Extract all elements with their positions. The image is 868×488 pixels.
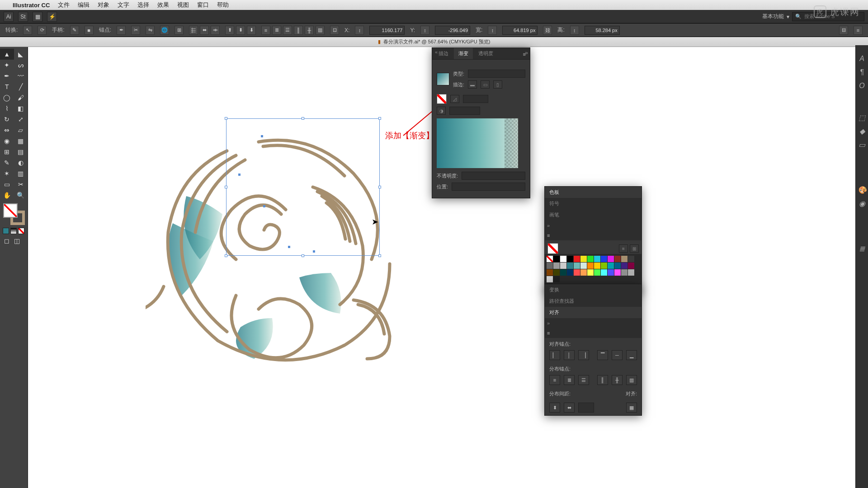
dist-h1-icon[interactable]: ≡ [261, 26, 270, 35]
swatch-item[interactable] [608, 269, 614, 276]
none-swatch[interactable] [437, 94, 447, 104]
swatch-item[interactable] [553, 269, 560, 276]
swatch-item[interactable] [587, 269, 594, 276]
constrain-icon[interactable]: ⛓ [543, 26, 552, 35]
panel-menu-icon[interactable]: ≡ [854, 26, 863, 35]
tab-align[interactable]: 对齐 [545, 307, 642, 318]
align-to-icon[interactable]: ▦ [626, 403, 637, 413]
handle-icon[interactable]: ✎ [70, 26, 79, 35]
swatch-item[interactable] [580, 263, 587, 269]
swatch-item[interactable] [614, 269, 621, 276]
anchor-pt[interactable] [288, 246, 290, 248]
width-tool[interactable]: ⇔ [0, 125, 14, 136]
collapse-icon[interactable]: » [545, 221, 642, 230]
curvature-tool[interactable]: 〰 [14, 70, 28, 81]
tab-brushes[interactable]: 画笔 [545, 209, 642, 221]
dist-right-icon[interactable]: ▥ [626, 375, 637, 385]
swatch-item[interactable] [587, 263, 594, 269]
handle-bl[interactable] [225, 254, 227, 257]
list-view-icon[interactable]: ≡ [619, 244, 628, 253]
grid-view-icon[interactable]: ⊞ [630, 244, 639, 253]
swatch-item[interactable] [621, 256, 627, 262]
swatch-item[interactable] [574, 269, 580, 276]
anchor-cut-icon[interactable]: ✂ [131, 26, 140, 35]
arrange-icon[interactable]: ▦ [33, 12, 42, 22]
space-v-icon[interactable]: ⬍ [549, 403, 560, 413]
pen-tool[interactable]: ✒ [0, 70, 14, 81]
swatch-item[interactable] [567, 256, 573, 262]
al-top-icon[interactable]: ▔ [597, 350, 608, 360]
convert-icon[interactable]: ⟳ [38, 26, 47, 35]
stroke-opt2-icon[interactable]: ▭ [481, 80, 490, 89]
sw-gradient[interactable] [10, 228, 17, 234]
link-w-icon[interactable]: ↕ [488, 26, 497, 35]
swatch-item[interactable] [560, 269, 566, 276]
document-tab[interactable]: ▮ 春分演示文件.ai* @ 567.64% (CMYK/GPU 预览) [0, 37, 868, 47]
position-field[interactable] [452, 183, 525, 191]
swatch-item[interactable] [594, 256, 600, 262]
link-h-icon[interactable]: ↕ [570, 26, 579, 35]
eyedropper-tool[interactable]: ✎ [0, 157, 14, 168]
swatch-item[interactable] [594, 263, 600, 269]
ratio-icon[interactable]: ◑ [437, 107, 446, 115]
align-left-icon[interactable]: ⬱ [189, 26, 198, 35]
swatch-item[interactable] [608, 263, 614, 269]
asset-panel-icon[interactable]: ◆ [858, 127, 867, 136]
al-left-icon[interactable]: ▏ [549, 350, 560, 360]
swatch-item[interactable] [621, 269, 627, 276]
color-panel-icon[interactable]: 🎨 [858, 185, 867, 194]
menu-view[interactable]: 视图 [177, 1, 189, 9]
anchor-pt[interactable] [313, 250, 315, 253]
graph-tool[interactable]: ▥ [14, 168, 28, 179]
anchor-pen-icon[interactable]: ✒ [117, 26, 126, 35]
tab-transform[interactable]: 变换 [545, 284, 642, 296]
draw-behind[interactable]: ◫ [13, 237, 21, 245]
ellipse-tool[interactable]: ◯ [0, 92, 14, 103]
shape-builder-tool[interactable]: ◉ [0, 136, 14, 146]
space-field[interactable] [578, 403, 594, 413]
workspace-label[interactable]: 基本功能 [762, 13, 784, 20]
globe-icon[interactable]: 🌐 [160, 26, 169, 35]
handle-tr[interactable] [378, 117, 381, 120]
menu-window[interactable]: 窗口 [197, 1, 209, 9]
swatch-item[interactable] [567, 269, 573, 276]
brush-tool[interactable]: 🖌 [14, 92, 28, 103]
type-tool[interactable]: T [0, 81, 14, 92]
gradient-tool[interactable]: ▤ [14, 146, 28, 157]
handle-tl[interactable] [225, 117, 227, 120]
gpu-icon[interactable]: ⚡ [47, 12, 57, 22]
h-field[interactable]: 58.284 px [585, 26, 620, 35]
swatch-item[interactable] [628, 263, 634, 269]
guide-panel-icon[interactable]: ◉ [858, 199, 867, 208]
swatch-item[interactable] [560, 263, 566, 269]
rotate-tool[interactable]: ↻ [0, 114, 14, 125]
eraser-tool[interactable]: ◧ [14, 103, 28, 114]
swatch-item[interactable] [547, 263, 553, 269]
gradient-thumb[interactable] [437, 73, 449, 85]
dist-v3-icon[interactable]: ▥ [316, 26, 325, 35]
tab-pathfinder[interactable]: 路径查找器 [545, 296, 642, 307]
dist-bot-icon[interactable]: ☰ [578, 375, 589, 385]
collapse-icon[interactable]: » [545, 318, 642, 328]
menu-effect[interactable]: 效果 [157, 1, 169, 9]
al-hcenter-icon[interactable]: │ [564, 350, 575, 360]
dist-h2-icon[interactable]: ≣ [272, 26, 281, 35]
collapse-icon[interactable]: « [435, 49, 438, 55]
swatch-registration[interactable] [553, 256, 560, 262]
fill-stroke-control[interactable] [3, 203, 25, 225]
dist-left-icon[interactable]: ║ [597, 375, 608, 385]
space-h-icon[interactable]: ⬌ [564, 403, 575, 413]
layers-panel-icon[interactable]: ≣ [858, 244, 867, 253]
active-swatch[interactable] [547, 243, 558, 254]
swatch-item[interactable] [580, 256, 587, 262]
chevron-down-icon[interactable]: ▾ [787, 14, 789, 20]
swatch-item[interactable] [580, 269, 587, 276]
ruler-icon[interactable]: ⊞ [175, 26, 184, 35]
x-field[interactable]: 1160.177 [369, 26, 405, 35]
dist-vc-icon[interactable]: ≣ [564, 375, 575, 385]
swatch-item[interactable] [614, 256, 621, 262]
app-name[interactable]: Illustrator CC [13, 2, 50, 9]
dist-h3-icon[interactable]: ☰ [283, 26, 292, 35]
gradient-preview[interactable] [437, 118, 518, 168]
al-right-icon[interactable]: ▕ [578, 350, 589, 360]
